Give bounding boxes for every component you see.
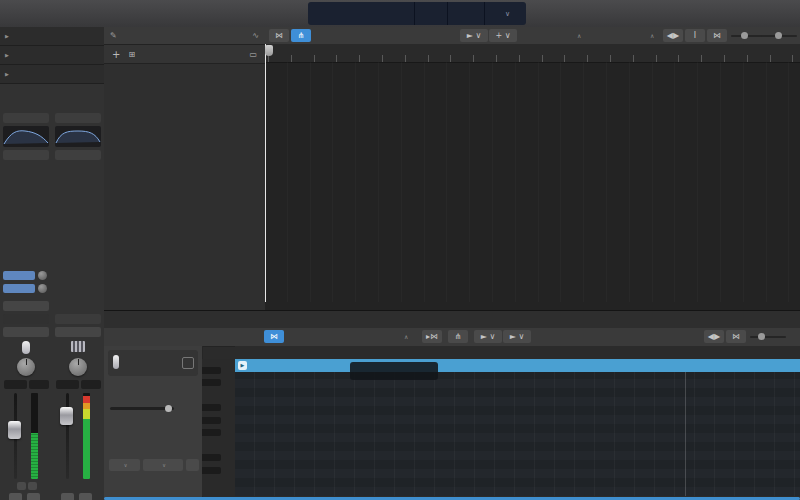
group-slot[interactable] — [3, 314, 49, 324]
pan-knob[interactable] — [69, 358, 87, 376]
send-slot[interactable] — [3, 271, 35, 280]
stepper-icon[interactable]: ∧ — [577, 27, 581, 44]
piano-keyboard — [202, 359, 235, 496]
flex-pitch-canvas[interactable] — [235, 372, 800, 496]
pan-knob[interactable] — [17, 358, 35, 376]
duplicate-track-button[interactable]: ⊞ — [128, 50, 135, 59]
command-tool-menu[interactable]: + ∨ — [489, 29, 517, 42]
input-slot[interactable] — [3, 150, 49, 160]
track-name-label — [1, 483, 51, 497]
editor-toolbar: ⋈ ∧ ▸⋈ ⋔ ► ∨ ► ∨ ◀▶ ⋈ — [104, 328, 800, 347]
auto-zoom-icon[interactable]: ⋈ — [726, 330, 746, 343]
scroll-in-play-icon[interactable]: ⋔ — [448, 330, 468, 343]
strip-setting-button[interactable] — [55, 113, 101, 123]
lcd-tempo[interactable] — [415, 2, 448, 25]
lcd-display[interactable]: ∨ — [308, 2, 526, 25]
group-slot[interactable] — [55, 314, 101, 324]
fader-track[interactable] — [66, 393, 69, 479]
pitch-correction-slider[interactable] — [110, 407, 174, 410]
lcd-key[interactable] — [448, 2, 485, 25]
piano-key-black[interactable] — [202, 417, 221, 424]
track-inspector-header[interactable]: ▶ — [0, 65, 104, 84]
eq-thumbnail[interactable] — [55, 126, 101, 147]
track-header-config-icon[interactable]: ▭ — [249, 50, 257, 59]
tracks-area: ⋈ ⋔ ► ∨ + ∨ ∧ ∧ ◀▶ I ⋈ — [265, 27, 800, 310]
piano-key-black[interactable] — [202, 467, 221, 474]
level-meter — [83, 393, 90, 479]
pointer-tool-menu[interactable]: ► ∨ — [474, 330, 502, 343]
track-name-label — [53, 483, 103, 497]
automation-curve-icon[interactable]: ∿ — [252, 31, 259, 40]
automation-mode-button[interactable] — [3, 327, 49, 337]
lcd-time-signature[interactable]: ∨ — [485, 2, 525, 25]
fader-cap[interactable] — [8, 421, 21, 439]
lcd-position[interactable] — [308, 2, 415, 25]
send-slot[interactable] — [3, 284, 35, 293]
automation-mode-button[interactable] — [55, 327, 101, 337]
catch-playhead-icon[interactable]: ⋈ — [269, 29, 289, 42]
piano-key-black[interactable] — [202, 367, 221, 374]
pointer-tool-icon[interactable]: ✎ — [110, 31, 117, 40]
stepper-icon[interactable]: ∧ — [404, 328, 408, 346]
region-inspector-header[interactable]: ▶ — [0, 27, 104, 46]
volume-value[interactable] — [56, 380, 79, 389]
waveform-zoom-icon[interactable]: ◀▶ — [663, 29, 683, 42]
scale-type-select[interactable]: ∨ — [143, 459, 183, 471]
track-list-actions: + ⊞ ▭ — [104, 45, 265, 64]
chevron-down-icon[interactable]: ∨ — [505, 10, 510, 18]
scale-root-select[interactable]: ∨ — [109, 459, 140, 471]
grid — [235, 372, 800, 496]
output-slot[interactable] — [3, 301, 49, 311]
piano-key-black[interactable] — [202, 379, 221, 386]
volume-value[interactable] — [4, 380, 27, 389]
waveform-zoom-icon[interactable]: ◀▶ — [704, 330, 724, 343]
editor-ruler[interactable] — [235, 346, 800, 360]
send-knob[interactable] — [38, 284, 47, 293]
playhead-handle[interactable] — [265, 45, 273, 56]
pointer-tool-menu[interactable]: ► ∨ — [460, 29, 488, 42]
piano-key-black[interactable] — [202, 429, 221, 436]
send-knob[interactable] — [38, 271, 47, 280]
stereo-format-button[interactable] — [55, 150, 101, 160]
channel-strip-output — [53, 111, 103, 500]
eq-thumbnail[interactable] — [3, 126, 49, 147]
logic-pro-window: ∨ ▶ ▶ ▶ — [0, 0, 800, 500]
bounce-icon — [71, 341, 85, 352]
horizontal-auto-zoom-icon[interactable]: ⋈ — [707, 29, 727, 42]
level-meter — [31, 393, 38, 479]
flex-icon[interactable]: ⋈ — [264, 330, 284, 343]
stepper-icon[interactable]: ∧ — [650, 27, 654, 44]
region-lanes — [265, 62, 800, 302]
track-list: ✎ ∿ + ⊞ ▭ — [104, 27, 266, 310]
piano-key-black[interactable] — [202, 454, 221, 461]
fine-pitch-tooltip — [350, 362, 438, 380]
groups-inspector-header[interactable]: ▶ — [0, 46, 104, 65]
play-region-icon[interactable]: ▶ — [238, 361, 247, 370]
region-icon[interactable] — [182, 357, 194, 369]
disclosure-triangle-icon: ▶ — [5, 33, 9, 39]
ruler-ticks — [268, 55, 800, 62]
playhead[interactable] — [265, 44, 266, 302]
control-bar: ∨ — [0, 0, 800, 28]
track-list-menubar: ✎ ∿ — [104, 27, 265, 45]
catch-playhead-icon[interactable]: ▸⋈ — [422, 330, 442, 343]
vertical-auto-zoom-icon[interactable]: I — [685, 29, 705, 42]
command-tool-menu[interactable]: ► ∨ — [503, 330, 531, 343]
editor-tab-bar — [104, 311, 800, 329]
bar-ruler[interactable] — [265, 44, 800, 63]
quantize-button[interactable] — [186, 459, 199, 471]
tracks-area-toolbar: ⋈ ⋔ ► ∨ + ∨ ∧ ∧ ◀▶ I ⋈ — [265, 27, 800, 45]
horizontal-zoom-slider[interactable] — [761, 35, 797, 37]
strip-setting-button[interactable] — [3, 113, 49, 123]
disclosure-triangle-icon: ▶ — [5, 52, 9, 58]
flex-pitch-sidebar: ∨ ∨ — [104, 346, 203, 500]
piano-key-black[interactable] — [202, 404, 221, 411]
flex-mode-icon[interactable]: ⋔ — [291, 29, 311, 42]
vertical-zoom-slider[interactable] — [750, 336, 786, 338]
editor-pane: ⋈ ∧ ▸⋈ ⋔ ► ∨ ► ∨ ◀▶ ⋈ ∨ ∨ — [104, 310, 800, 500]
channel-strip-track — [1, 111, 51, 500]
add-track-button[interactable]: + — [112, 49, 120, 60]
editor-region-bar[interactable]: ▶ — [235, 359, 800, 373]
fader-cap[interactable] — [60, 407, 73, 425]
peak-value — [81, 380, 101, 389]
